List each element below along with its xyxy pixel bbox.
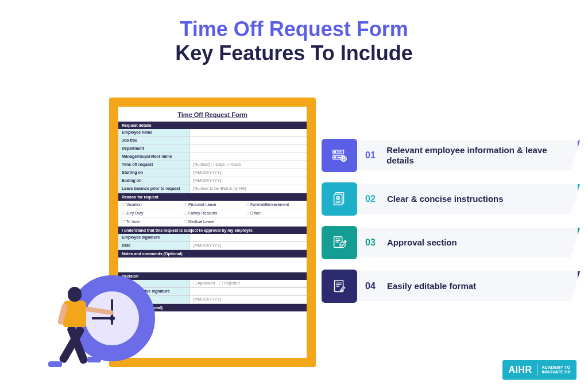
field-label: Job title [118, 137, 190, 145]
section-request-details: Request details [118, 122, 307, 129]
field-value: [Number to be filled in by HR] [190, 185, 307, 193]
svg-point-2 [334, 151, 336, 153]
field-value: [MM/DD/YYYY] [190, 242, 307, 249]
approval-stamp-icon [322, 226, 357, 259]
section-decision: Decision [118, 272, 307, 280]
feature-text: Clear & concise instructions [387, 194, 504, 204]
feature-text: Approval section [387, 237, 457, 248]
logo-mark: AIHR [508, 365, 532, 375]
title-line-2: Key Features To Include [0, 41, 588, 65]
feature-number: 04 [365, 281, 380, 291]
feature-number: 02 [365, 194, 380, 204]
svg-point-4 [334, 157, 336, 158]
logo-subtext: ACADEMY TO INNOVATE HR [542, 365, 571, 374]
field-label: Leave balance prior to request [118, 185, 190, 193]
title-line-1: Time Off Request Form [0, 17, 588, 41]
feature-text: Relevant employee information & leave de… [386, 145, 572, 166]
field-label: Ending on [118, 177, 190, 185]
field-value: [Number] ☐ Days ☐ Hours [190, 161, 307, 169]
field-label: Time off request [118, 161, 190, 169]
form-heading: Time Off Request Form [118, 107, 307, 122]
section-notes: Notes and comments (Optional) [118, 250, 307, 258]
edit-document-icon [322, 270, 357, 303]
field-label: Starting on [118, 169, 190, 177]
feature-number: 01 [365, 150, 380, 161]
field-label: Employee signature [118, 234, 190, 241]
feature-text: Easily editable format [387, 281, 476, 291]
section-reason: Reason for request [118, 193, 307, 201]
field-value: [MM/DD/YYYY] [190, 296, 307, 303]
reason-row: Vacation Personal Leave Funeral/Bereavem… [118, 201, 307, 209]
field-label: Manager/Supervisor name [118, 153, 190, 161]
field-label: Date [118, 242, 190, 249]
feature-list: 01 Relevant employee information & leave… [322, 139, 580, 303]
reason-row: Jury Duty Family Reasons Other: [118, 209, 307, 218]
field-value: [MM/DD/YYYY] [190, 177, 307, 185]
feature-item-3: 03 Approval section [322, 226, 580, 259]
person-illustration [40, 287, 103, 379]
feature-item-1: 01 Relevant employee information & leave… [322, 139, 580, 172]
page-title-block: Time Off Request Form Key Features To In… [0, 0, 588, 65]
document-stack-icon [322, 182, 357, 216]
aihr-logo: AIHR ACADEMY TO INNOVATE HR [502, 360, 577, 380]
id-card-icon [322, 139, 357, 172]
field-label: Employee name [118, 129, 190, 136]
feature-item-2: 02 Clear & concise instructions [322, 182, 580, 216]
feature-item-4: 04 Easily editable format [322, 270, 580, 303]
field-value: [MM/DD/YYYY] [190, 169, 307, 177]
svg-point-13 [338, 198, 338, 199]
feature-number: 03 [365, 237, 380, 248]
decision-options: ☐ Approved ☐ Rejected [190, 280, 307, 287]
field-label: Department [118, 145, 190, 153]
section-ack: I understand that this request is subjec… [118, 227, 307, 234]
reason-row: To Vote Medical Leave x [118, 218, 307, 227]
